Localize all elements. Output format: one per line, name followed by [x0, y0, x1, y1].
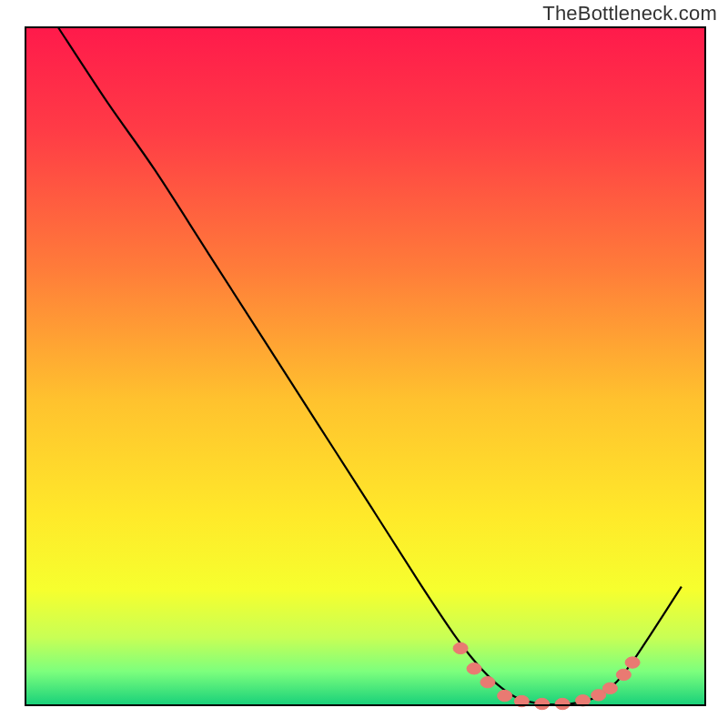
curve-marker: [453, 642, 468, 653]
curve-marker: [602, 682, 617, 693]
curve-marker: [535, 698, 550, 709]
watermark-text: TheBottleneck.com: [542, 2, 717, 25]
gradient-background: [25, 27, 705, 705]
chart-frame: TheBottleneck.com: [0, 0, 728, 728]
curve-marker: [480, 676, 495, 687]
bottleneck-chart: [0, 0, 728, 728]
curve-marker: [555, 698, 570, 709]
curve-marker: [616, 669, 631, 680]
curve-marker: [625, 657, 640, 668]
curve-marker: [498, 690, 512, 701]
curve-marker: [467, 663, 481, 674]
